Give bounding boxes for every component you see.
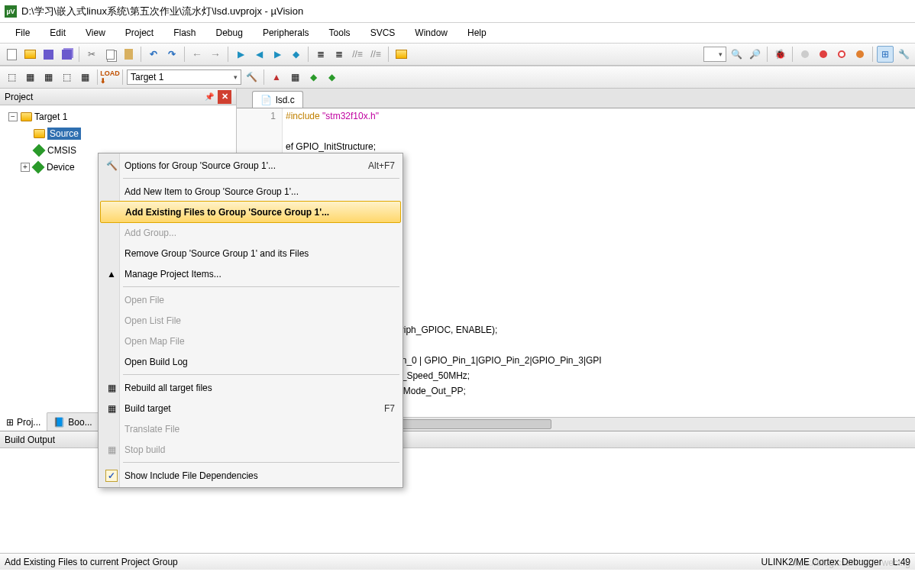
tree-target-row[interactable]: − Target 1	[2, 108, 234, 125]
ctx-separator	[123, 462, 399, 463]
paste-button[interactable]	[120, 46, 137, 63]
ctx-show-include[interactable]: ✓ Show Include File Dependencies	[100, 465, 401, 486]
toolbar-separator	[767, 47, 768, 62]
breakpoint-kill-button[interactable]	[852, 46, 868, 63]
expand-icon[interactable]: +	[21, 163, 30, 172]
menu-debug[interactable]: Debug	[207, 25, 252, 40]
find-combo[interactable]	[703, 47, 726, 62]
toolbar-separator	[228, 47, 228, 62]
ctx-options[interactable]: 🔨 Options for Group 'Source Group 1'... …	[100, 155, 401, 176]
tab-books[interactable]: 📘Boo...	[47, 413, 99, 431]
comment-button[interactable]: //≡	[349, 46, 366, 63]
doc-tab-lsd[interactable]: 📄 lsd.c	[252, 91, 303, 108]
target-combo-value: Target 1	[131, 72, 163, 82]
menu-svcs[interactable]: SVCS	[361, 25, 405, 40]
save-button[interactable]	[40, 46, 57, 63]
cut-button[interactable]: ✂	[83, 46, 100, 63]
menu-view[interactable]: View	[76, 25, 115, 40]
open-file-button[interactable]	[21, 46, 38, 63]
save-all-button[interactable]	[58, 46, 75, 63]
breakpoint-disable-button[interactable]	[833, 46, 850, 63]
menu-help[interactable]: Help	[458, 25, 496, 40]
manage-project-button[interactable]: ▲	[268, 69, 285, 86]
nav-forward-button[interactable]: →	[207, 46, 224, 63]
ctx-separator	[123, 286, 399, 287]
window-layout-button[interactable]: ⊞	[877, 46, 894, 63]
download-button[interactable]: LOAD⬇	[102, 69, 118, 86]
close-panel-button[interactable]: ✕	[218, 90, 231, 104]
collapse-icon[interactable]: −	[8, 112, 18, 121]
manage-icon: ▲	[105, 267, 118, 281]
toolbar-separator	[141, 47, 141, 62]
tree-device-label: Device	[47, 162, 75, 173]
menu-project[interactable]: Project	[116, 25, 163, 40]
undo-button[interactable]: ↶	[145, 46, 162, 63]
ctx-rebuild[interactable]: ▦ Rebuild all target files	[100, 377, 401, 398]
ctx-add-existing[interactable]: Add Existing Files to Group 'Source Grou…	[100, 201, 401, 223]
toolbar-separator	[388, 47, 389, 62]
translate-button[interactable]: ⬚	[3, 69, 20, 86]
toolbar-separator	[264, 69, 264, 85]
bookmark-prev-button[interactable]: ◀	[251, 46, 267, 63]
project-panel-title: Project	[5, 92, 33, 102]
ctx-open-list[interactable]: Open List File	[100, 310, 401, 331]
toolbar-separator	[872, 47, 873, 62]
bookmark-clear-button[interactable]: ◆	[287, 46, 304, 63]
build-output-title: Build Output	[5, 435, 55, 445]
tab-project[interactable]: ⊞Proj...	[0, 412, 47, 431]
select-packs-button[interactable]: ▦	[286, 69, 303, 86]
pin-icon[interactable]: 📌	[204, 92, 215, 102]
redo-button[interactable]: ↷	[163, 46, 180, 63]
menu-file[interactable]: File	[6, 25, 39, 40]
batch-build-button[interactable]: ⬚	[58, 69, 75, 86]
outdent-button[interactable]: ≣	[331, 46, 348, 63]
status-message: Add Existing Files to current Project Gr…	[5, 557, 178, 567]
manage-rte-button[interactable]: ◆	[323, 69, 340, 86]
menu-window[interactable]: Window	[406, 25, 457, 40]
app-icon: µV	[5, 5, 17, 18]
uncomment-button[interactable]: //≡	[367, 46, 384, 63]
menu-bar: File Edit View Project Flash Debug Perip…	[0, 23, 915, 43]
target-combo[interactable]: Target 1	[127, 69, 241, 85]
ctx-open-map[interactable]: Open Map File	[100, 331, 401, 351]
build-button[interactable]: ▦	[21, 69, 38, 86]
nav-back-button[interactable]: ←	[189, 46, 205, 63]
tree-source-group-row[interactable]: Source	[2, 125, 234, 142]
incremental-find-button[interactable]: 🔎	[746, 46, 763, 63]
ctx-manage-items[interactable]: ▲ Manage Project Items...	[100, 263, 401, 284]
find-in-files-button[interactable]	[393, 46, 409, 63]
stop-icon: ▦	[105, 443, 118, 457]
pack-installer-button[interactable]: ◆	[305, 69, 322, 86]
check-icon: ✓	[105, 469, 118, 483]
menu-edit[interactable]: Edit	[40, 25, 75, 40]
ctx-open-file[interactable]: Open File	[100, 289, 401, 310]
new-file-button[interactable]	[3, 46, 20, 63]
find-button[interactable]: 🔍	[728, 46, 745, 63]
tree-source-group-label: Source	[47, 128, 81, 140]
ctx-translate[interactable]: Translate File	[100, 418, 401, 439]
ctx-stop-build[interactable]: ▦ Stop build	[100, 439, 401, 460]
target-icon	[20, 111, 32, 123]
ctx-add-group[interactable]: Add Group...	[100, 222, 401, 243]
menu-peripherals[interactable]: Peripherals	[254, 25, 318, 40]
rebuild-button[interactable]: ▦	[40, 69, 57, 86]
toolbar-separator	[184, 47, 185, 62]
wand-icon: 🔨	[105, 159, 118, 173]
menu-flash[interactable]: Flash	[164, 25, 205, 40]
ctx-build[interactable]: ▦ Build target F7	[100, 398, 401, 418]
bookmark-next-button[interactable]: ▶	[269, 46, 286, 63]
stop-build-button[interactable]: ▦	[76, 69, 93, 86]
copy-button[interactable]	[102, 46, 118, 63]
build-icon: ▦	[105, 402, 118, 415]
menu-tools[interactable]: Tools	[320, 25, 360, 40]
ctx-open-build-log[interactable]: Open Build Log	[100, 351, 401, 372]
debug-button[interactable]: 🐞	[771, 46, 788, 63]
breakpoint-insert-button[interactable]	[797, 46, 813, 63]
target-options-button[interactable]: 🔨	[243, 69, 260, 86]
ctx-add-new[interactable]: Add New Item to Group 'Source Group 1'..…	[100, 181, 401, 202]
indent-button[interactable]: ≣	[312, 46, 329, 63]
configure-button[interactable]: 🔧	[895, 46, 912, 63]
bookmark-toggle-button[interactable]: ▶	[232, 46, 249, 63]
ctx-remove-group[interactable]: Remove Group 'Source Group 1' and its Fi…	[100, 243, 401, 263]
breakpoint-enable-button[interactable]	[815, 46, 832, 63]
